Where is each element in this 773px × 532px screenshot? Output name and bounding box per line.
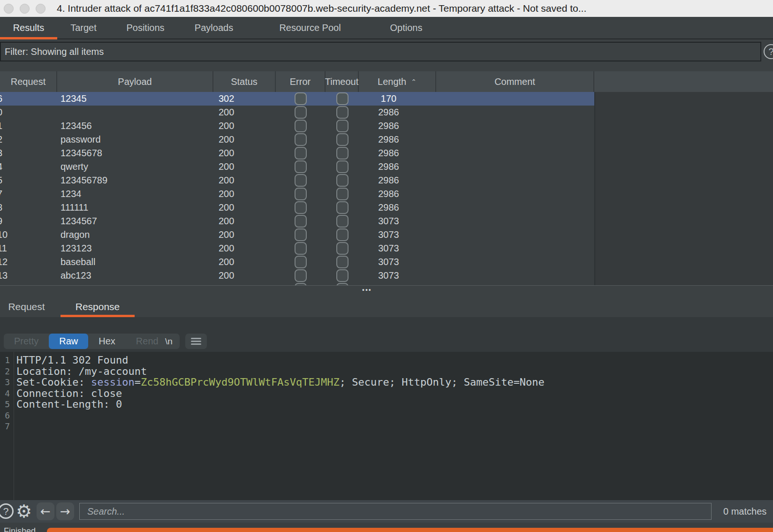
payload-cell[interactable]: baseball [57,255,213,269]
timeout-checkbox-cell[interactable] [326,119,359,133]
timeout-checkbox-cell[interactable] [326,133,359,146]
editor-line[interactable]: 6 [0,410,773,421]
response-editor[interactable]: 1HTTP/1.1 302 Found2Location: /my-accoun… [0,352,773,500]
hex-button[interactable]: Hex [88,334,126,349]
splitter-grip-icon[interactable]: ••• [362,286,372,294]
timeout-checkbox-cell[interactable] [326,174,359,187]
error-checkbox-cell[interactable] [276,214,326,228]
comment-cell[interactable] [436,201,594,214]
column-header-length[interactable]: Length ⌃ [359,71,436,92]
timeout-checkbox-cell[interactable] [326,160,359,174]
status-cell[interactable]: 200 [213,119,276,133]
length-cell[interactable]: 3073 [359,228,436,242]
comment-cell[interactable] [436,255,594,269]
editor-line[interactable]: 1HTTP/1.1 302 Found [0,355,773,366]
table-row[interactable]: 111231232003073 [0,242,773,255]
tab-response[interactable]: Response [61,296,135,317]
timeout-checkbox[interactable] [336,201,349,214]
timeout-checkbox-cell[interactable] [326,214,359,228]
timeout-checkbox[interactable] [336,188,349,200]
error-checkbox-cell[interactable] [276,228,326,242]
timeout-checkbox-cell[interactable] [326,201,359,214]
timeout-checkbox[interactable] [336,160,349,173]
timeout-checkbox[interactable] [336,215,349,228]
timeout-checkbox[interactable] [336,269,349,282]
editor-line[interactable]: 2Location: /my-account [0,366,773,377]
editor-menu-button[interactable] [185,334,207,349]
status-cell[interactable]: 200 [213,106,276,119]
error-checkbox[interactable] [295,147,307,160]
next-match-button[interactable]: → [56,502,74,520]
timeout-checkbox-cell[interactable] [326,92,359,106]
length-cell[interactable]: 2986 [359,187,436,201]
error-checkbox[interactable] [295,106,307,119]
error-checkbox[interactable] [295,133,307,146]
timeout-checkbox[interactable] [336,147,349,160]
table-row[interactable]: 13abc1232003073 [0,269,773,282]
table-row[interactable]: 612345302170 [0,92,773,106]
payload-cell[interactable]: 111111 [57,201,213,214]
column-header-comment[interactable]: Comment [436,71,594,92]
comment-cell[interactable] [436,92,594,106]
help-icon[interactable]: ? [764,44,773,59]
error-checkbox[interactable] [295,256,307,268]
length-cell[interactable]: 2986 [359,174,436,187]
error-checkbox[interactable] [295,120,307,132]
request-cell[interactable]: 12 [0,255,57,269]
timeout-checkbox-cell[interactable] [326,269,359,282]
request-cell[interactable]: 5 [0,174,57,187]
timeout-checkbox[interactable] [336,120,349,132]
tab-request[interactable]: Request [0,296,53,317]
table-row[interactable]: 12baseball2003073 [0,255,773,269]
payload-cell[interactable]: password [57,133,213,146]
length-cell[interactable]: 2986 [359,160,436,174]
error-checkbox[interactable] [295,188,307,200]
comment-cell[interactable] [436,187,594,201]
timeout-checkbox[interactable] [336,174,349,187]
status-cell[interactable]: 200 [213,133,276,146]
length-cell[interactable]: 2986 [359,119,436,133]
timeout-checkbox-cell[interactable] [326,187,359,201]
status-cell[interactable]: 200 [213,228,276,242]
error-checkbox[interactable] [295,228,307,241]
request-cell[interactable]: 8 [0,201,57,214]
search-input[interactable] [79,503,712,520]
payload-cell[interactable]: 12345678 [57,146,213,160]
error-checkbox[interactable] [295,242,307,255]
status-cell[interactable]: 200 [213,242,276,255]
request-cell[interactable]: 10 [0,228,57,242]
table-row[interactable]: 81111112002986 [0,201,773,214]
request-cell[interactable]: 4 [0,160,57,174]
tab-payloads[interactable]: Payloads [181,17,247,38]
column-header-request[interactable]: Request [0,71,57,92]
comment-cell[interactable] [436,146,594,160]
error-checkbox-cell[interactable] [276,146,326,160]
payload-cell[interactable]: 1234 [57,187,213,201]
tab-target[interactable]: Target [57,17,110,38]
tab-resource-pool[interactable]: Resource Pool [247,17,373,38]
error-checkbox-cell[interactable] [276,133,326,146]
error-checkbox[interactable] [295,174,307,187]
table-row[interactable]: 10dragon2003073 [0,228,773,242]
request-cell[interactable]: 2 [0,133,57,146]
error-checkbox[interactable] [295,215,307,228]
request-cell[interactable]: 6 [0,92,57,106]
timeout-checkbox[interactable] [336,242,349,255]
status-cell[interactable]: 200 [213,174,276,187]
request-cell[interactable]: 9 [0,214,57,228]
length-cell[interactable]: 3073 [359,214,436,228]
show-newlines-button[interactable]: \n [158,334,180,349]
comment-cell[interactable] [436,174,594,187]
payload-cell[interactable]: dragon [57,228,213,242]
comment-cell[interactable] [436,214,594,228]
error-checkbox-cell[interactable] [276,160,326,174]
timeout-checkbox[interactable] [336,228,349,241]
timeout-checkbox[interactable] [336,92,349,105]
length-cell[interactable]: 2986 [359,146,436,160]
payload-cell[interactable] [57,106,213,119]
gear-icon[interactable]: ⚙ [15,502,33,521]
previous-match-button[interactable]: ← [37,502,54,520]
timeout-checkbox-cell[interactable] [326,255,359,269]
close-window-icon[interactable] [4,4,14,14]
column-header-error[interactable]: Error [276,71,326,92]
